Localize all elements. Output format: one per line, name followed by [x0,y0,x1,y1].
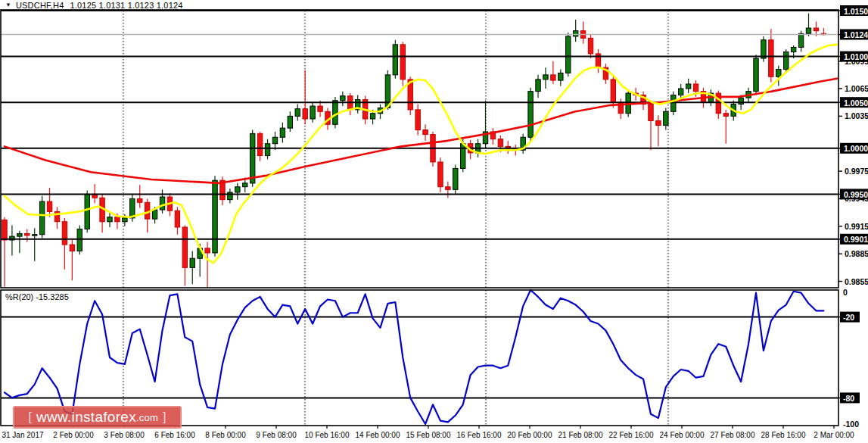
price-label: 0.9915 [845,222,868,231]
price-level-lines [1,11,838,398]
candle-body [257,133,262,155]
candle-body [235,187,240,192]
candle-body [152,210,157,219]
candle-body [107,217,112,222]
candle-body [310,106,315,119]
candle-body [250,133,254,183]
candle-body [213,180,217,253]
candle-body [303,109,307,119]
candle-body [423,130,428,135]
candle-body [39,201,44,235]
candle-body [671,95,676,111]
price-label: 1.0065 [845,84,868,93]
time-label: 10 Feb 16:00 [305,431,350,439]
price-label: 0.9855 [845,277,868,286]
candle-body [566,36,571,73]
candle-body [791,47,795,51]
indicator-scale-label: -100 [843,420,859,429]
watermark-left-bracket: [ [29,410,32,424]
chart-ohlc-values: 1.0125 1.0131 1.0123 1.0124 [70,1,182,10]
candle-body [649,105,653,121]
candle-body [33,235,37,236]
indicator-axis[interactable]: 0-100-20-80 [838,288,860,429]
candle-body [453,168,458,189]
candle-body [123,218,127,222]
chart-symbol-title: USDCHF,H4 [16,1,64,10]
time-label: 14 Feb 00:00 [356,431,400,439]
time-label: 27 Feb 08:00 [711,431,755,439]
candle-body [693,84,698,92]
candle-body [145,202,149,219]
price-label-highlighted: 0.9901 [844,235,868,244]
candle-body [438,162,443,187]
candle-body [70,245,74,251]
candle-body [62,222,67,245]
time-label: 8 Feb 00:00 [205,431,246,439]
indicator-level-label: -20 [843,313,854,322]
watermark-tld: .com [136,412,158,423]
candle-body [761,40,766,58]
time-label: 24 Feb 00:00 [660,431,705,439]
time-label: 21 Feb 08:00 [558,431,603,439]
candle-body [664,111,668,125]
candlesticks [2,14,826,288]
candle-body [551,75,555,80]
candle-body [243,183,247,187]
time-label: 6 Feb 16:00 [154,431,195,439]
candle-body [798,33,803,47]
time-label: 15 Feb 08:00 [406,431,451,439]
candle-body [461,144,465,169]
candle-body [115,217,120,222]
candle-body [341,96,345,101]
candle-body [784,52,789,70]
candle-body [77,229,82,251]
candle-body [806,28,810,33]
candle-body [47,201,51,211]
price-chart-canvas: 1.00951.00651.00350.99750.99450.99150.98… [0,0,868,443]
candle-body [686,84,690,89]
wpr-line [5,290,823,424]
candle-body [498,139,502,147]
candle-body [205,248,210,253]
candle-body [25,233,30,235]
candle-body [528,92,533,138]
candle-body [611,80,615,102]
price-label-highlighted: 0.9950 [844,190,868,199]
candle-body [656,120,661,125]
price-label-highlighted: 1.0100 [844,52,868,61]
candle-body [370,114,375,119]
candle-body [280,128,285,137]
symbol-dropdown-icon[interactable]: ▼ [5,2,11,8]
candle-body [536,80,540,92]
candle-body [265,144,269,156]
candle-body [190,258,194,267]
time-label: 3 Feb 08:00 [104,431,145,439]
candle-body [814,28,818,31]
candle-body [295,109,300,117]
indicator-scale-label: 0 [843,288,848,297]
indicator-label: %R(20) -15.3285 [5,292,69,301]
price-label-highlighted: 1.0050 [844,98,868,108]
price-axis[interactable]: 1.00951.00651.00350.99750.99450.99150.98… [838,5,868,286]
candle-body [400,45,405,80]
williams-percent-r-line [5,290,823,424]
price-label-highlighted: 1.0150 [844,7,868,16]
candle-body [739,98,743,104]
candle-body [2,220,7,240]
time-label: 9 Feb 08:00 [256,431,297,439]
time-label: 22 Feb 16:00 [609,431,654,439]
candle-body [776,70,781,77]
candle-body [588,38,593,54]
candle-body [160,197,164,210]
candle-body [679,89,683,95]
price-label: 0.9885 [845,249,868,258]
candle-body [318,106,322,111]
time-label: 28 Feb 16:00 [761,431,806,439]
candle-body [415,110,420,130]
candle-body [446,187,450,190]
price-label-highlighted: 1.0000 [844,144,868,153]
candle-body [175,211,179,227]
moving-average-lines [5,45,837,263]
candle-body [138,198,142,202]
price-label: 0.9975 [845,167,868,176]
